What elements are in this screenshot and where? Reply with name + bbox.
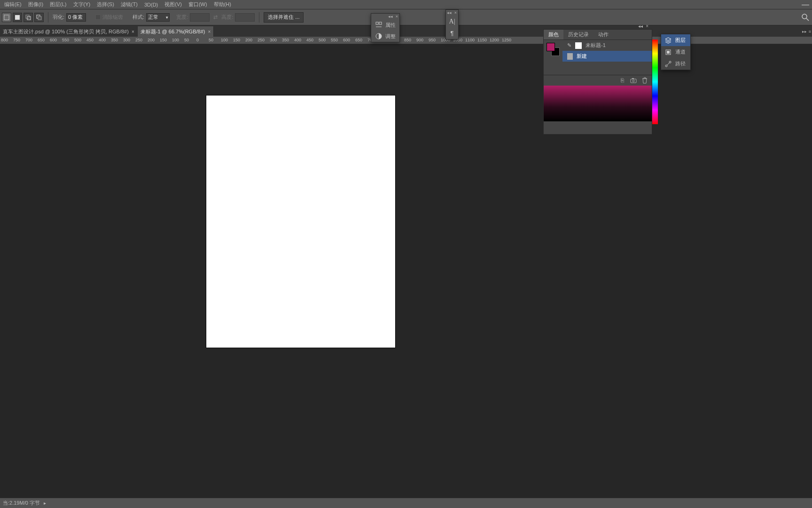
history-new-label: 新建 (577, 53, 587, 60)
close-icon[interactable]: × (396, 14, 398, 19)
status-arrow-icon[interactable]: ▸ (44, 500, 46, 506)
tool-preset-icon[interactable] (2, 13, 11, 22)
select-and-mask-button[interactable]: 选择并遮住 ... (264, 12, 304, 23)
menu-type[interactable]: 文字(Y) (70, 1, 94, 8)
history-doc-row[interactable]: ✎ 未标题-1 (562, 40, 652, 51)
close-icon[interactable]: × (646, 24, 648, 29)
collapse-icon[interactable]: ◂◂ (388, 14, 393, 19)
menu-window[interactable]: 窗口(W) (185, 1, 211, 8)
menu-filter[interactable]: 滤镜(T) (117, 1, 141, 8)
antialias-checkbox (95, 15, 101, 20)
menu-select[interactable]: 选择(S) (94, 1, 117, 8)
svg-rect-8 (376, 22, 378, 24)
antialias-label: 消除锯齿 (102, 14, 123, 21)
expand-icon[interactable]: ▸▸ (802, 29, 807, 36)
new-selection-icon[interactable] (13, 13, 22, 22)
height-input (235, 13, 255, 22)
paragraph-icon[interactable]: ¶ (447, 28, 457, 38)
paths-icon (665, 61, 671, 67)
svg-rect-16 (667, 51, 670, 54)
height-label: 高度: (221, 14, 233, 21)
separator (48, 12, 48, 23)
doc-tab-1-label: 直车主图设计.psd @ 100% (三角形拷贝 拷贝, RGB/8#) (3, 28, 129, 35)
flyout-paths-label: 路径 (675, 60, 686, 67)
history-new-row[interactable]: 新建 (562, 51, 652, 62)
collapse-icon[interactable]: ◂◂ (447, 10, 452, 15)
right-dock-strip: ▸▸ ≡ (804, 29, 812, 36)
doc-size-label[interactable]: 当:2.19M/0 字节 (3, 500, 40, 507)
menu-3d[interactable]: 3D(D) (141, 2, 161, 8)
history-buttons: ⎘ (544, 75, 652, 86)
swap-icon: ⇄ (213, 14, 218, 20)
character-panel[interactable]: ◂◂× A| ¶ (445, 9, 459, 40)
doc-tab-2-label: 未标题-1 @ 66.7%(RGB/8#) (141, 28, 205, 35)
menu-view[interactable]: 视图(V) (161, 1, 185, 8)
canvas-area[interactable] (0, 44, 812, 498)
new-icon (567, 53, 573, 60)
collapse-icon[interactable]: ◂◂ (638, 24, 643, 29)
feather-input[interactable]: 0 像素 (66, 13, 86, 22)
properties-label: 属性 (385, 22, 396, 29)
close-icon[interactable]: × (454, 10, 457, 15)
character-icon[interactable]: A| (447, 16, 457, 27)
svg-rect-5 (38, 16, 41, 20)
svg-point-13 (632, 80, 634, 82)
canvas[interactable] (206, 95, 395, 348)
flyout-channels[interactable]: 通道 (661, 46, 690, 58)
minimize-icon[interactable]: — (798, 0, 812, 9)
flyout-paths[interactable]: 路径 (661, 58, 690, 70)
panel-controls[interactable]: ◂◂× (638, 24, 648, 29)
dock-controls[interactable]: ▸▸ ≡ (804, 29, 812, 36)
color-swatches[interactable] (547, 43, 560, 56)
adjustments-label: 调整 (385, 33, 396, 40)
properties-icon (375, 21, 383, 29)
color-picker[interactable] (544, 86, 652, 121)
menu-bar: 编辑(E) 图像(I) 图层(L) 文字(Y) 选择(S) 滤镜(T) 3D(D… (0, 0, 812, 9)
menu-help[interactable]: 帮助(H) (211, 1, 234, 8)
panel-tabs: 颜色 历史记录 动作 (544, 30, 652, 40)
svg-rect-0 (4, 15, 9, 20)
tab-history[interactable]: 历史记录 (563, 30, 593, 40)
history-doc-label: 未标题-1 (586, 42, 606, 49)
tab-color[interactable]: 颜色 (544, 30, 563, 40)
trash-icon[interactable] (641, 77, 648, 84)
panel-header[interactable]: ◂◂× (371, 14, 399, 19)
layers-flyout: 图层 通道 路径 (661, 34, 691, 70)
status-bar: 当:2.19M/0 字节 ▸ (0, 498, 812, 508)
svg-line-7 (806, 18, 809, 21)
hue-slider[interactable] (652, 40, 658, 124)
menu-edit[interactable]: 编辑(E) (1, 1, 25, 8)
doc-tab-2[interactable]: 未标题-1 @ 66.7%(RGB/8#) × (138, 26, 214, 37)
adjustments-row[interactable]: 调整 (371, 31, 399, 42)
doc-thumb-icon (575, 42, 582, 49)
menu-icon[interactable]: ≡ (809, 29, 811, 36)
snapshot-icon[interactable] (630, 77, 637, 84)
search-icon[interactable] (802, 14, 809, 21)
menu-layer[interactable]: 图层(L) (47, 1, 70, 8)
options-bar: 羽化: 0 像素 消除锯齿 样式: 正常 宽度: ⇄ 高度: 选择并遮住 ... (0, 9, 812, 25)
close-icon[interactable]: × (132, 29, 134, 34)
properties-row[interactable]: 属性 (371, 19, 399, 31)
svg-rect-9 (379, 22, 382, 24)
doc-tab-1[interactable]: 直车主图设计.psd @ 100% (三角形拷贝 拷贝, RGB/8#) × (0, 26, 138, 37)
tab-actions[interactable]: 动作 (593, 30, 613, 40)
create-document-icon[interactable]: ⎘ (619, 77, 625, 84)
style-label: 样式: (133, 14, 144, 21)
width-input (190, 13, 210, 22)
foreground-color-swatch[interactable] (547, 43, 555, 51)
width-label: 宽度: (176, 14, 188, 21)
color-history-panel: ◂◂× 颜色 历史记录 动作 ✎ 未标题-1 新建 ⎘ (543, 29, 652, 135)
add-selection-icon[interactable] (23, 13, 33, 22)
panel-header[interactable]: ◂◂× (446, 10, 458, 16)
layers-icon (665, 37, 671, 44)
feather-label: 羽化: (53, 14, 64, 21)
close-icon[interactable]: × (208, 29, 211, 34)
menu-image[interactable]: 图像(I) (25, 1, 47, 8)
channels-icon (665, 49, 671, 56)
flyout-layers[interactable]: 图层 (661, 34, 690, 46)
properties-panel[interactable]: ◂◂× 属性 调整 (371, 13, 400, 42)
subtract-selection-icon[interactable] (34, 13, 44, 22)
style-select[interactable]: 正常 (146, 13, 170, 22)
flyout-layers-label: 图层 (675, 37, 686, 44)
svg-point-6 (802, 14, 807, 19)
